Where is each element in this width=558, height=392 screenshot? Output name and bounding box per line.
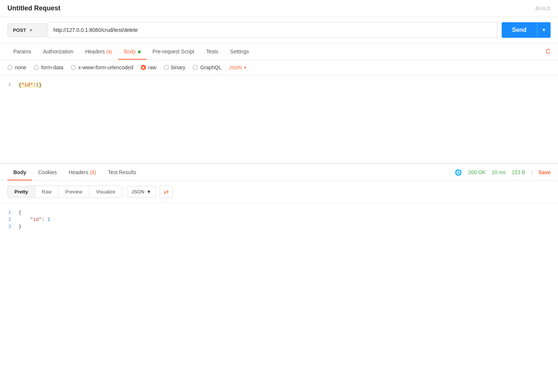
- format-tab-raw[interactable]: Raw: [35, 186, 59, 197]
- response-size: 153 B: [512, 169, 525, 175]
- radio-raw[interactable]: raw: [141, 64, 157, 70]
- response-line-2: 2 "id": 1: [0, 216, 558, 223]
- request-body-editor[interactable]: 1 {"id":1}: [0, 75, 558, 164]
- radio-graphql[interactable]: GraphQL: [193, 64, 222, 70]
- response-time: 10 ms: [492, 169, 506, 175]
- word-wrap-button[interactable]: ⇄: [160, 185, 173, 198]
- response-body: 1 { 2 "id": 1 3 }: [0, 203, 558, 236]
- body-options: none form-data x-www-form-urlencoded raw…: [0, 60, 558, 75]
- format-tabs: Pretty Raw Preview Visualize JSON ▼ ⇄: [0, 181, 558, 203]
- code-content-1: {"id":1}: [19, 82, 41, 88]
- globe-icon: 🌐: [455, 169, 462, 176]
- tab-tests[interactable]: Tests: [200, 43, 224, 60]
- format-tab-preview[interactable]: Preview: [59, 186, 89, 197]
- word-wrap-icon: ⇄: [164, 188, 169, 195]
- method-label: POST: [13, 27, 26, 33]
- tab-settings[interactable]: Settings: [224, 43, 255, 60]
- format-tab-visualize[interactable]: Visualize: [89, 186, 122, 197]
- radio-circle-binary: [164, 65, 169, 70]
- format-tab-group: Pretty Raw Preview Visualize: [7, 186, 122, 198]
- response-line-1: 1 {: [0, 209, 558, 216]
- json-format-select[interactable]: JSON ▼: [229, 65, 247, 70]
- header: Untitled Request BUILD: [0, 0, 558, 17]
- radio-circle-graphql: [193, 65, 198, 70]
- line-number-1: 1: [0, 82, 19, 87]
- tab-headers[interactable]: Headers (9): [79, 43, 118, 60]
- separator: |: [531, 169, 533, 175]
- url-bar: POST ▼ Send ▼: [0, 17, 558, 43]
- tab-pre-request[interactable]: Pre-request Script: [147, 43, 200, 60]
- tab-overflow-icon[interactable]: C: [546, 48, 551, 56]
- method-chevron-icon: ▼: [29, 28, 33, 32]
- response-line-num-3: 3: [0, 224, 19, 229]
- response-section: Body Cookies Headers (4) Test Results 🌐 …: [0, 164, 558, 236]
- tab-body[interactable]: Body: [118, 43, 147, 60]
- request-tabs: Params Authorization Headers (9) Body Pr…: [0, 43, 558, 60]
- radio-none[interactable]: none: [7, 64, 26, 70]
- response-tab-body[interactable]: Body: [7, 164, 32, 180]
- json-format-chevron-icon: ▼: [243, 66, 247, 70]
- code-line-1: 1 {"id":1}: [0, 81, 558, 89]
- response-tab-headers[interactable]: Headers (4): [63, 164, 102, 180]
- response-line-num-2: 2: [0, 217, 19, 222]
- response-json-chevron-icon: ▼: [147, 189, 152, 195]
- save-response-button[interactable]: Save: [538, 169, 551, 175]
- body-active-dot: [138, 50, 141, 53]
- send-button-group: Send ▼: [502, 22, 551, 38]
- response-meta: 🌐 200 OK 10 ms 153 B | Save: [455, 169, 551, 176]
- response-tab-cookies[interactable]: Cookies: [32, 164, 63, 180]
- radio-binary[interactable]: binary: [164, 64, 185, 70]
- response-tab-test-results[interactable]: Test Results: [102, 164, 142, 180]
- radio-circle-raw: [141, 65, 146, 70]
- url-input[interactable]: [48, 22, 497, 38]
- send-button[interactable]: Send: [502, 22, 537, 38]
- method-select[interactable]: POST ▼: [7, 23, 48, 37]
- tab-params[interactable]: Params: [7, 43, 37, 60]
- radio-circle-form-data: [34, 65, 39, 70]
- send-dropdown-button[interactable]: ▼: [537, 22, 551, 38]
- response-line-3: 3 }: [0, 223, 558, 230]
- build-label: BUILD: [535, 6, 551, 11]
- radio-form-data[interactable]: form-data: [34, 64, 63, 70]
- response-line-num-1: 1: [0, 210, 19, 215]
- tab-authorization[interactable]: Authorization: [37, 43, 79, 60]
- response-json-select[interactable]: JSON ▼: [127, 186, 156, 197]
- page-title: Untitled Request: [7, 4, 60, 12]
- response-status: 200 OK: [468, 169, 485, 175]
- radio-circle-urlencoded: [71, 65, 76, 70]
- format-tab-pretty[interactable]: Pretty: [8, 186, 35, 197]
- radio-circle-none: [7, 65, 13, 70]
- response-tabs: Body Cookies Headers (4) Test Results 🌐 …: [0, 164, 558, 181]
- radio-urlencoded[interactable]: x-www-form-urlencoded: [71, 64, 133, 70]
